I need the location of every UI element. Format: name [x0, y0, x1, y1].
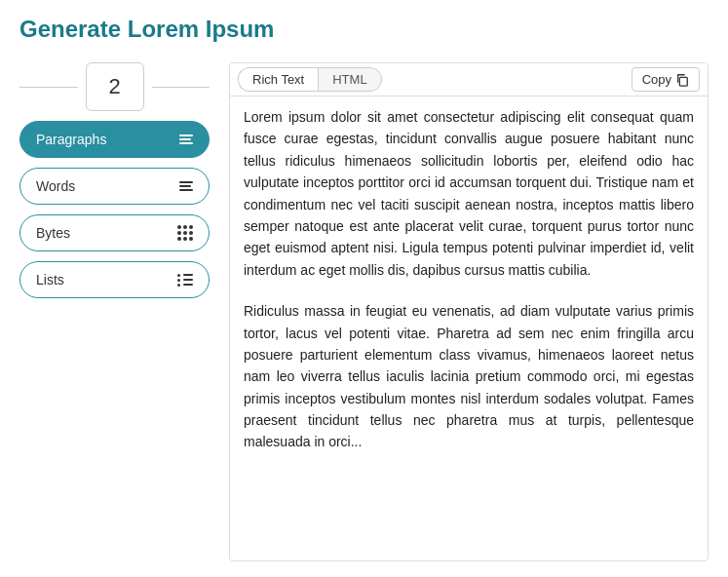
copy-icon — [675, 73, 689, 87]
lists-icon — [177, 274, 193, 287]
tabs-left: Rich Text HTML — [238, 67, 382, 92]
list-icon — [177, 274, 193, 287]
tab-rich-text[interactable]: Rich Text — [238, 67, 318, 92]
output-text-area[interactable]: Lorem ipsum dolor sit amet consectetur a… — [230, 96, 708, 560]
dots-icon — [177, 225, 193, 241]
lists-button[interactable]: Lists — [19, 261, 210, 298]
left-panel: 2 Paragraphs Words — [19, 62, 210, 561]
output-tabs: Rich Text HTML Copy — [230, 63, 708, 96]
tab-html[interactable]: HTML — [318, 67, 381, 92]
counter-line-right — [152, 87, 211, 88]
right-panel: Rich Text HTML Copy Lorem ips — [229, 62, 709, 561]
bytes-icon — [177, 225, 193, 241]
paragraph-1: Lorem ipsum dolor sit amet consectetur a… — [244, 106, 694, 281]
words-button[interactable]: Words — [19, 168, 210, 205]
lines-icon-words — [179, 181, 193, 191]
words-label: Words — [36, 178, 75, 194]
copy-button[interactable]: Copy — [632, 67, 700, 92]
counter-row: 2 — [19, 62, 210, 111]
counter-value: 2 — [108, 74, 120, 99]
words-icon — [179, 181, 193, 191]
paragraphs-button[interactable]: Paragraphs — [19, 121, 210, 158]
counter-box[interactable]: 2 — [86, 62, 144, 111]
svg-rect-0 — [679, 77, 687, 86]
lists-label: Lists — [36, 272, 64, 288]
page-title: Generate Lorem Ipsum — [19, 16, 709, 43]
paragraphs-icon — [179, 135, 193, 144]
bytes-label: Bytes — [36, 225, 70, 241]
copy-label: Copy — [642, 72, 671, 87]
paragraph-2: Ridiculus massa in feugiat eu venenatis,… — [244, 300, 694, 453]
lines-icon — [179, 135, 193, 144]
counter-line-left — [19, 87, 78, 88]
bytes-button[interactable]: Bytes — [19, 214, 210, 251]
paragraphs-label: Paragraphs — [36, 132, 106, 147]
